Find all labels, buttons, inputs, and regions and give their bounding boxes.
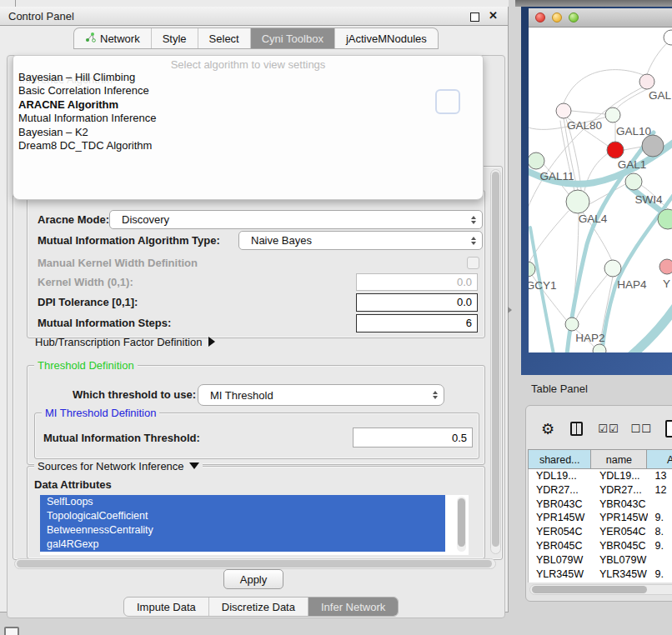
sources-title-text: Sources for Network Inference <box>38 460 184 472</box>
tab-impute-data[interactable]: Impute Data <box>124 598 208 616</box>
mi-threshold-label: Mutual Information Threshold: <box>43 432 200 444</box>
combo-arrows-icon <box>471 216 476 224</box>
table-panel: ⚙ ☑☑ ☐☐ shared...nameA YDL19...YDL19...1… <box>525 405 672 602</box>
tab-infer-network[interactable]: Infer Network <box>308 598 398 616</box>
network-node[interactable] <box>664 30 672 45</box>
select-all-checkboxes-icon[interactable]: ☑☑ <box>598 422 619 435</box>
float-window-icon[interactable] <box>470 12 479 22</box>
which-threshold-label: Which threshold to use: <box>73 388 196 401</box>
mi-type-label: Mutual Information Algorithm Type: <box>38 234 220 247</box>
table-row[interactable]: YDL19...YDL19...13 <box>529 469 672 483</box>
tab-discretize-data[interactable]: Discretize Data <box>208 598 308 616</box>
table-cell <box>648 498 672 512</box>
algorithm-option[interactable]: Bayesian – Hill Climbing <box>13 71 483 84</box>
network-node-hap2[interactable] <box>565 318 579 331</box>
which-threshold-combo[interactable]: MI Threshold <box>198 384 444 406</box>
table-cell: YPR145W <box>529 511 592 525</box>
tab-cyni-toolbox[interactable]: Cyni Toolbox <box>250 28 334 48</box>
hub-definition-label: Hub/Transcription Factor Definition <box>35 336 202 348</box>
table-row[interactable]: YIL052CYIL052C9. <box>529 581 672 582</box>
network-edge[interactable] <box>571 111 605 114</box>
dpi-tolerance-field[interactable]: 0.0 <box>356 293 478 312</box>
table-row[interactable]: YBL079WYBL079W <box>529 553 672 568</box>
data-attribute-item[interactable]: SelfLoops <box>40 495 445 509</box>
network-node-gal4[interactable] <box>566 190 589 213</box>
mi-steps-field[interactable]: 6 <box>356 314 478 332</box>
aracne-mode-combo[interactable]: Discovery <box>109 210 483 229</box>
data-attribute-item[interactable]: TopologicalCoefficient <box>40 509 445 523</box>
network-node-gcy1[interactable] <box>529 262 535 277</box>
algorithm-option[interactable]: Bayesian – K2 <box>13 126 483 139</box>
network-node-swi4[interactable] <box>625 173 642 190</box>
table-row[interactable]: YER054CYER054C8. <box>529 525 672 539</box>
network-edge-strong[interactable] <box>627 302 672 352</box>
network-edge[interactable] <box>617 89 647 108</box>
cyni-toolbox-panel: galFiltered.sif default node Inference A… <box>7 55 505 618</box>
network-node-gal11[interactable] <box>529 152 544 169</box>
settings-horizontal-scrollbar[interactable] <box>14 558 496 569</box>
mi-threshold-definition-group: MI Threshold Definition Mutual Informati… <box>34 412 479 459</box>
gear-icon[interactable]: ⚙ <box>541 420 554 438</box>
column-header[interactable]: name <box>591 449 647 469</box>
table-cell: YDL19... <box>529 469 592 483</box>
network-node-gal1[interactable] <box>607 142 624 158</box>
export-table-icon[interactable] <box>665 420 672 438</box>
network-node-gal10[interactable] <box>605 108 620 122</box>
table-row[interactable]: YPR145WYPR145W9. <box>529 511 672 525</box>
table-cell <box>648 553 672 568</box>
table-cell: YER054C <box>529 525 592 539</box>
network-edge[interactable] <box>564 70 645 103</box>
column-header[interactable]: A <box>647 449 672 469</box>
data-attribute-item[interactable]: gal4RGexp <box>40 538 445 552</box>
tab-select[interactable]: Select <box>198 28 250 48</box>
table-cell: 9. <box>648 539 672 553</box>
zoom-traffic-light-icon[interactable] <box>569 12 579 22</box>
sources-group-title[interactable]: Sources for Network Inference <box>34 460 203 472</box>
hub-definition-expander[interactable]: Hub/Transcription Factor Definition <box>35 336 215 348</box>
manual-kernel-checkbox[interactable] <box>467 257 479 269</box>
table-horizontal-scrollbar[interactable] <box>529 584 672 595</box>
minimize-traffic-light-icon[interactable] <box>552 12 562 22</box>
tab-network[interactable]: Network <box>74 28 151 48</box>
settings-vertical-scrollbar[interactable] <box>490 169 501 554</box>
algorithm-option[interactable]: Basic Correlation Inference <box>13 84 483 98</box>
close-icon[interactable]: ✕ <box>489 9 498 22</box>
splitter-collapse-icon[interactable] <box>508 307 512 313</box>
network-node-gal[interactable] <box>639 74 654 89</box>
table-row[interactable]: YLR345WYLR345W9. <box>529 568 672 582</box>
control-panel-titlebar: Control Panel ✕ <box>0 7 508 26</box>
algorithm-definition-group: Algorithm Definition Aracne Mode: Discov… <box>27 190 485 338</box>
data-attribute-item[interactable]: BetweennessCentrality <box>40 523 445 538</box>
list-scrollbar[interactable] <box>457 497 466 552</box>
tab-style[interactable]: Style <box>151 28 198 48</box>
control-panel-title: Control Panel <box>8 10 74 22</box>
network-node-hap4[interactable] <box>604 260 621 277</box>
deselect-all-checkboxes-icon[interactable]: ☐☐ <box>631 422 652 435</box>
table-row[interactable]: YBR043CYBR043C <box>529 498 672 512</box>
algorithm-option[interactable]: Dream8 DC_TDC Algorithm <box>13 139 483 152</box>
apply-button[interactable]: Apply <box>223 569 283 589</box>
table-toolbar: ⚙ ☑☑ ☐☐ <box>534 412 672 444</box>
table-row[interactable]: YDR27...YDR27...12 <box>529 483 672 498</box>
node-label: HAP4 <box>617 278 647 291</box>
network-node-gal80[interactable] <box>556 103 571 118</box>
algorithm-option[interactable]: ARACNE Algorithm <box>13 98 483 112</box>
split-columns-icon[interactable] <box>570 422 583 436</box>
cyni-algorithm-settings-group: Cyni Algorithm Settings Algorithm Defini… <box>13 166 503 560</box>
table-row[interactable]: YBR045CYBR045C9. <box>529 539 672 553</box>
minimized-panel-icon[interactable] <box>4 627 19 635</box>
mi-threshold-field[interactable]: 0.5 <box>353 428 473 448</box>
column-header[interactable]: shared... <box>528 449 591 469</box>
tab-jactivemnodules[interactable]: jActiveMNodules <box>334 28 438 48</box>
network-node[interactable] <box>642 135 664 157</box>
algorithm-option[interactable]: Mutual Information Inference <box>13 112 483 125</box>
table-cell: YBL079W <box>529 553 592 568</box>
network-canvas[interactable]: GALGAL80GAL10GAL1GAL11SWI4GAL4GCY1HAP4YH… <box>529 28 672 352</box>
mi-type-combo[interactable]: Naive Bayes <box>238 231 483 250</box>
kernel-width-field[interactable]: 0.0 <box>356 273 478 291</box>
node-label: SWI4 <box>634 193 662 206</box>
network-node-y[interactable] <box>659 259 672 274</box>
table-rows: YDL19...YDL19...13YDR27...YDR27...12YBR0… <box>528 469 672 582</box>
close-traffic-light-icon[interactable] <box>535 12 545 22</box>
node-label: Y <box>663 278 670 290</box>
